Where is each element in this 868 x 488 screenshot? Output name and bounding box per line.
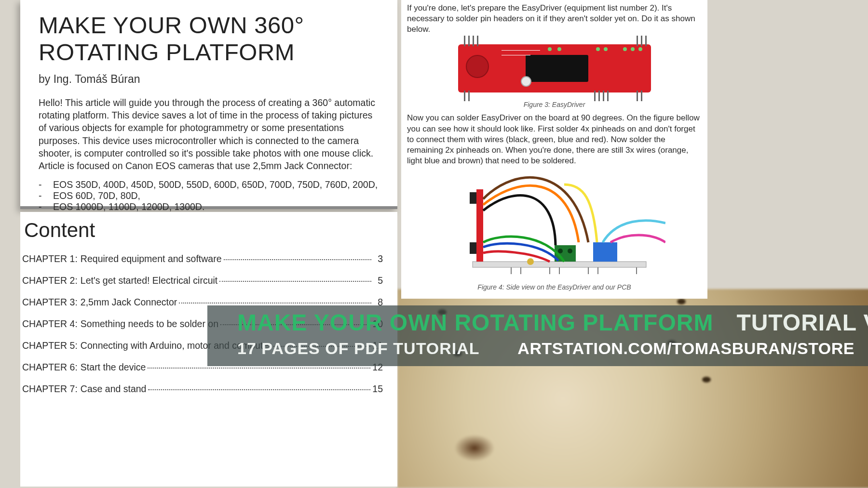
figure-easydriver	[444, 39, 665, 98]
toc-name: Let's get started! Electrical circuit	[81, 275, 219, 286]
toc-name: Required equipment and software	[81, 253, 224, 264]
overlay-title: MAKE YOUR OWN ROTATING PLATFORM TUTORIAL…	[237, 309, 868, 336]
toc-chapter: CHAPTER 4:	[22, 318, 81, 330]
toc-leader	[224, 259, 371, 260]
paragraph: If you're done, let's prepare the EasyDr…	[407, 3, 702, 35]
toc-chapter: CHAPTER 5:	[22, 340, 81, 351]
svg-point-15	[527, 258, 534, 265]
overlay-subtitle: 17 PAGES OF PDF TUTORIAL	[237, 339, 480, 358]
toc-leader	[148, 368, 370, 369]
toc-name: 2,5mm Jack Connector	[81, 297, 179, 308]
svg-point-13	[568, 249, 572, 253]
toc-chapter: CHAPTER 1:	[22, 253, 81, 264]
figure-caption: Figure 4: Side view on the EasyDriver an…	[407, 283, 702, 291]
overlay-store-url: ARTSTATION.COM/TOMASBURAN/STORE	[517, 339, 854, 358]
svg-rect-14	[593, 242, 617, 262]
toc-leader	[148, 389, 370, 390]
document-intro: Hello! This article will guide you throu…	[39, 96, 379, 172]
list-item: EOS 1000D, 1100D, 1200D, 1300D.	[39, 201, 379, 212]
overlay-title-part1: MAKE YOUR OWN ROTATING PLATFORM	[237, 309, 713, 336]
svg-rect-0	[473, 262, 646, 267]
toc-name: Start the device	[81, 362, 148, 373]
toc-row: CHAPTER 2: Let's get started! Electrical…	[22, 275, 383, 286]
svg-rect-9	[470, 192, 476, 204]
promo-overlay: MAKE YOUR OWN ROTATING PLATFORM TUTORIAL…	[207, 305, 868, 366]
overlay-title-part2: TUTORIAL VOL. 01	[736, 309, 868, 336]
toc-page: 5	[371, 275, 383, 286]
list-item: EOS 350D, 400D, 450D, 500D, 550D, 600D, …	[39, 179, 379, 190]
figure-caption: Figure 3: EasyDriver	[407, 100, 702, 109]
document-title: MAKE YOUR OWN 360° ROTATING PLATFORM	[39, 12, 379, 66]
list-item: EOS 60D, 70D, 80D,	[39, 190, 379, 201]
camera-list: EOS 350D, 400D, 450D, 500D, 550D, 600D, …	[39, 179, 379, 212]
toc-page: 15	[370, 383, 383, 395]
toc-leader	[219, 281, 371, 282]
toc-name: Something needs to be solder on	[81, 318, 220, 330]
toc-chapter: CHAPTER 7:	[22, 383, 81, 395]
toc-chapter: CHAPTER 2:	[22, 275, 81, 286]
paragraph: Now you can solder EasyDriver on the boa…	[407, 113, 702, 166]
toc-chapter: CHAPTER 6:	[22, 362, 81, 373]
toc-page: 3	[371, 253, 383, 264]
svg-point-12	[558, 249, 563, 253]
document-author: by Ing. Tomáš Búran	[39, 73, 379, 86]
figure-card: If you're done, let's prepare the EasyDr…	[401, 0, 707, 299]
svg-rect-8	[476, 189, 483, 262]
toc-name: Case and stand	[81, 383, 149, 395]
svg-rect-10	[470, 242, 476, 254]
toc-leader	[179, 303, 371, 303]
toc-row: CHAPTER 7: Case and stand 15	[22, 383, 383, 395]
figure-wiring	[444, 170, 665, 281]
toc-row: CHAPTER 1: Required equipment and softwa…	[22, 253, 383, 264]
toc-heading: Content	[22, 219, 383, 242]
document-header-card: MAKE YOUR OWN 360° ROTATING PLATFORM by …	[20, 0, 397, 209]
toc-chapter: CHAPTER 3:	[22, 297, 81, 308]
